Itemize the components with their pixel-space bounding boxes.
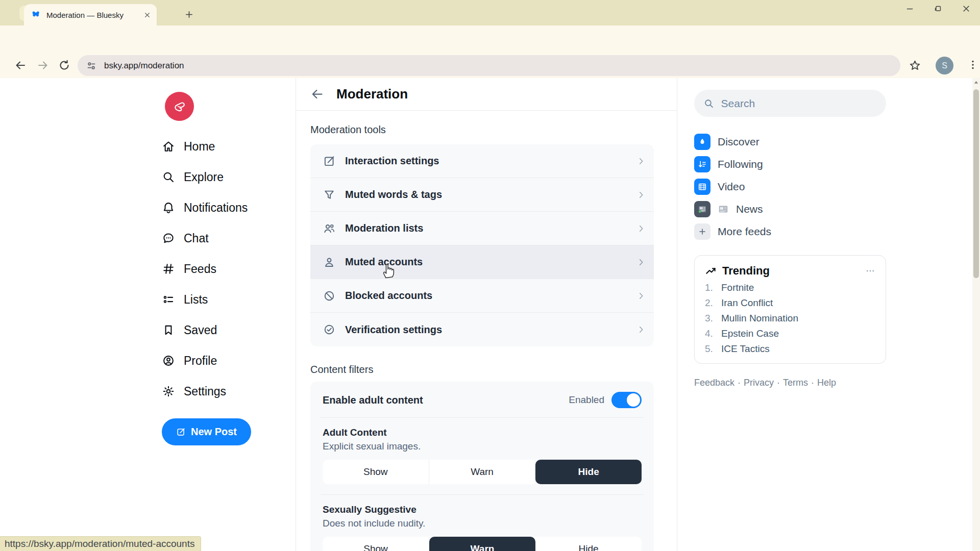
search-icon: [162, 170, 175, 184]
chevron-right-icon: [636, 291, 646, 300]
adult-content-toggle[interactable]: [611, 392, 642, 408]
back-arrow-icon[interactable]: [310, 87, 324, 101]
filters-heading: Content filters: [310, 364, 654, 375]
option-show[interactable]: Show: [323, 537, 429, 551]
tool-row-muted-accounts[interactable]: Muted accounts: [310, 245, 654, 279]
option-hide[interactable]: Hide: [535, 537, 642, 551]
url-bar[interactable]: bsky.app/moderation: [78, 55, 900, 76]
sidebar-item-label: Home: [184, 140, 215, 154]
sidebar-item-notifications[interactable]: Notifications: [162, 192, 248, 223]
browser-menu-icon[interactable]: [967, 59, 978, 70]
sidebar-item-feeds[interactable]: Feeds: [162, 254, 248, 284]
list-icon: [162, 293, 175, 306]
tool-row-muted-words[interactable]: Muted words & tags: [310, 178, 654, 212]
sidebar-item-label: Explore: [184, 170, 224, 184]
tools-heading: Moderation tools: [310, 124, 654, 136]
home-icon: [162, 140, 175, 153]
browser-tab[interactable]: Moderation — Bluesky: [24, 4, 157, 26]
right-sidebar: Discover Following Video News: [694, 78, 886, 388]
window-close-icon[interactable]: [962, 4, 971, 13]
trending-menu-icon[interactable]: [865, 266, 875, 276]
back-icon[interactable]: [14, 59, 27, 71]
scroll-up-arrow-icon[interactable]: [973, 80, 979, 85]
trending-label: Epstein Case: [721, 328, 779, 339]
filter-group-sexually-suggestive: Sexually Suggestive Does not include nud…: [321, 495, 644, 551]
user-avatar[interactable]: [165, 92, 194, 121]
tool-row-verification-settings[interactable]: Verification settings: [310, 313, 654, 346]
browser-tabstrip: Moderation — Bluesky: [0, 0, 980, 26]
tab-close-button[interactable]: [142, 10, 152, 19]
footer-separator: ·: [811, 378, 814, 388]
trending-item[interactable]: 2. Iran Conflict: [705, 297, 875, 308]
footer-link-feedback[interactable]: Feedback: [694, 378, 734, 388]
option-hide-selected[interactable]: Hide: [535, 460, 642, 484]
segmented-control-sexually-suggestive: Show Warn Hide: [323, 537, 642, 551]
shaka-hand-icon: [170, 97, 189, 116]
chevron-right-icon: [636, 190, 646, 199]
feed-link-more-feeds[interactable]: More feeds: [694, 220, 886, 243]
gear-icon: [162, 385, 175, 398]
sidebar-item-label: Profile: [184, 354, 217, 368]
tool-row-moderation-lists[interactable]: Moderation lists: [310, 212, 654, 245]
site-info-icon[interactable]: [86, 60, 97, 71]
trending-rank: 2.: [705, 297, 714, 308]
bookmark-star-icon[interactable]: [909, 59, 921, 72]
scrollbar-thumb[interactable]: [973, 89, 979, 278]
trending-title: Trending: [722, 264, 860, 278]
footer-separator: ·: [738, 378, 741, 388]
footer-link-help[interactable]: Help: [817, 378, 836, 388]
sidebar-item-lists[interactable]: Lists: [162, 284, 248, 315]
feed-link-news[interactable]: News: [694, 198, 886, 220]
trending-item[interactable]: 1. Fortnite: [705, 282, 875, 293]
segmented-control-adult-content: Show Warn Hide: [323, 460, 642, 484]
tool-row-blocked-accounts[interactable]: Blocked accounts: [310, 279, 654, 313]
new-post-label: New Post: [191, 426, 237, 438]
following-feed-icon: [694, 156, 710, 172]
new-post-button[interactable]: New Post: [162, 418, 251, 445]
person-circle-icon: [162, 354, 175, 367]
trending-card: Trending 1. Fortnite 2. Iran Conflict 3.…: [694, 255, 886, 364]
forward-icon[interactable]: [37, 59, 49, 71]
option-show[interactable]: Show: [323, 460, 429, 484]
feed-label: More feeds: [718, 226, 771, 238]
sidebar-item-label: Lists: [184, 293, 208, 307]
feed-link-following[interactable]: Following: [694, 153, 886, 176]
filter-group-title: Sexually Suggestive: [323, 504, 642, 515]
feed-label: News: [736, 203, 763, 215]
sidebar-item-profile[interactable]: Profile: [162, 345, 248, 376]
tool-label: Verification settings: [345, 324, 636, 336]
bluesky-butterfly-icon: [31, 10, 41, 20]
trending-label: ICE Tactics: [721, 343, 770, 354]
trending-item[interactable]: 3. Mullin Nomination: [705, 313, 875, 323]
sidebar-item-settings[interactable]: Settings: [162, 376, 248, 407]
feed-link-discover[interactable]: Discover: [694, 131, 886, 153]
sidebar-item-chat[interactable]: Chat: [162, 223, 248, 254]
footer-link-privacy[interactable]: Privacy: [744, 378, 774, 388]
footer-link-terms[interactable]: Terms: [783, 378, 808, 388]
minimize-icon[interactable]: [905, 5, 914, 13]
search-input[interactable]: [721, 97, 877, 110]
option-warn-selected[interactable]: Warn: [429, 537, 535, 551]
url-text: bsky.app/moderation: [104, 61, 184, 71]
tool-row-interaction-settings[interactable]: Interaction settings: [310, 144, 654, 178]
adult-content-toggle-label: Enable adult content: [323, 394, 423, 406]
discover-feed-icon: [694, 134, 710, 150]
search-bar[interactable]: [694, 90, 886, 117]
browser-profile-avatar[interactable]: S: [936, 57, 953, 74]
adult-content-toggle-row: Enable adult content Enabled: [321, 382, 644, 418]
funnel-icon: [323, 188, 336, 202]
feed-link-video[interactable]: Video: [694, 176, 886, 198]
sidebar-item-explore[interactable]: Explore: [162, 162, 248, 192]
page-scrollbar[interactable]: [972, 78, 980, 551]
trending-item[interactable]: 5. ICE Tactics: [705, 343, 875, 354]
content-filters-card: Enable adult content Enabled Adult Conte…: [310, 382, 654, 551]
new-tab-button[interactable]: [181, 7, 197, 22]
feed-label: Following: [718, 158, 763, 170]
trending-item[interactable]: 4. Epstein Case: [705, 328, 875, 339]
option-warn[interactable]: Warn: [429, 460, 536, 484]
reload-icon[interactable]: [58, 59, 70, 71]
sidebar-item-saved[interactable]: Saved: [162, 315, 248, 345]
tool-label: Moderation lists: [345, 222, 636, 234]
maximize-icon[interactable]: [934, 5, 942, 13]
sidebar-item-home[interactable]: Home: [162, 131, 248, 162]
